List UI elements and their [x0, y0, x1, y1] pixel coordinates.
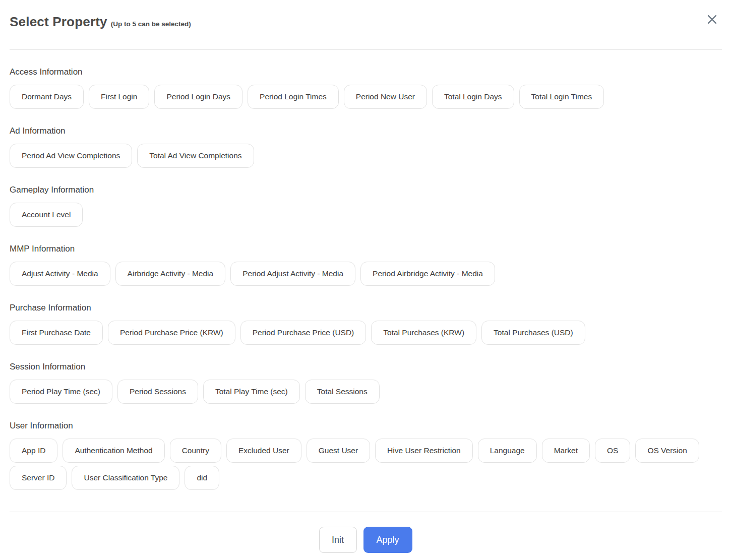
property-chip[interactable]: Period Play Time (sec) — [10, 380, 112, 404]
property-chip[interactable]: OS — [595, 439, 630, 463]
page-title: Select Property — [10, 14, 107, 29]
section-title: Access Information — [10, 67, 722, 77]
chip-list: Account Level — [10, 203, 722, 227]
property-chip[interactable]: Period Airbridge Activity - Media — [360, 262, 495, 286]
property-chip[interactable]: OS Version — [635, 439, 699, 463]
property-chip[interactable]: Total Login Days — [432, 85, 514, 109]
property-chip[interactable]: Period Sessions — [117, 380, 198, 404]
chip-list: First Purchase DatePeriod Purchase Price… — [10, 321, 722, 345]
property-chip[interactable]: Server ID — [10, 466, 67, 490]
property-chip[interactable]: Guest User — [307, 439, 370, 463]
property-section: MMP Information Adjust Activity - MediaA… — [10, 244, 722, 286]
section-title: MMP Information — [10, 244, 722, 254]
select-property-modal: { "modal": { "title": "Select Property",… — [0, 0, 731, 560]
property-chip[interactable]: Country — [170, 439, 221, 463]
property-chip[interactable]: Period Purchase Price (KRW) — [108, 321, 235, 345]
property-chip[interactable]: Airbridge Activity - Media — [115, 262, 226, 286]
property-section: Purchase Information First Purchase Date… — [10, 303, 722, 345]
property-chip[interactable]: User Classification Type — [72, 466, 179, 490]
close-button[interactable] — [705, 12, 719, 26]
init-button[interactable]: Init — [319, 527, 357, 553]
section-title: Gameplay Information — [10, 185, 722, 195]
chip-list: Dormant DaysFirst LoginPeriod Login Days… — [10, 85, 722, 109]
property-section: User Information App IDAuthentication Me… — [10, 421, 722, 490]
property-chip[interactable]: Total Sessions — [305, 380, 380, 404]
property-chip[interactable]: Period Ad View Completions — [10, 144, 132, 168]
property-chip[interactable]: Excluded User — [226, 439, 301, 463]
close-icon — [707, 15, 717, 24]
property-section: Gameplay Information Account Level — [10, 185, 722, 227]
sections: Access Information Dormant DaysFirst Log… — [0, 67, 731, 490]
property-section: Ad Information Period Ad View Completion… — [10, 126, 722, 168]
chip-list: Period Play Time (sec)Period SessionsTot… — [10, 380, 722, 404]
property-chip[interactable]: First Login — [89, 85, 149, 109]
property-chip[interactable]: Period New User — [344, 85, 427, 109]
property-chip[interactable]: Total Login Times — [519, 85, 604, 109]
section-title: Ad Information — [10, 126, 722, 136]
selection-limit-note: (Up to 5 can be selected) — [111, 20, 191, 28]
modal-footer: Init Apply — [0, 512, 731, 560]
property-chip[interactable]: Period Login Days — [154, 85, 242, 109]
property-chip[interactable]: Market — [542, 439, 590, 463]
property-chip[interactable]: Authentication Method — [63, 439, 164, 463]
property-chip[interactable]: Total Play Time (sec) — [203, 380, 300, 404]
property-section: Session Information Period Play Time (se… — [10, 362, 722, 404]
property-chip[interactable]: Total Purchases (USD) — [481, 321, 585, 345]
property-chip[interactable]: Period Purchase Price (USD) — [240, 321, 367, 345]
property-chip[interactable]: Hive User Restriction — [375, 439, 473, 463]
property-chip[interactable]: did — [185, 466, 219, 490]
chip-list: Adjust Activity - MediaAirbridge Activit… — [10, 262, 722, 286]
chip-list: Period Ad View CompletionsTotal Ad View … — [10, 144, 722, 168]
modal-header: Select Property(Up to 5 can be selected) — [0, 0, 731, 33]
property-section: Access Information Dormant DaysFirst Log… — [10, 67, 722, 109]
property-chip[interactable]: Language — [478, 439, 537, 463]
property-chip[interactable]: First Purchase Date — [10, 321, 103, 345]
property-chip[interactable]: Total Ad View Completions — [137, 144, 254, 168]
modal: Select Property(Up to 5 can be selected)… — [0, 0, 731, 560]
header-divider — [10, 49, 722, 50]
property-chip[interactable]: Period Login Times — [248, 85, 339, 109]
property-chip[interactable]: Total Purchases (KRW) — [371, 321, 476, 345]
property-chip[interactable]: Dormant Days — [10, 85, 84, 109]
property-chip[interactable]: Period Adjust Activity - Media — [230, 262, 355, 286]
section-title: User Information — [10, 421, 722, 431]
property-chip[interactable]: Account Level — [10, 203, 83, 227]
section-title: Session Information — [10, 362, 722, 372]
property-chip[interactable]: App ID — [10, 439, 57, 463]
property-chip[interactable]: Adjust Activity - Media — [10, 262, 110, 286]
chip-list: App IDAuthentication MethodCountryExclud… — [10, 439, 722, 490]
apply-button[interactable]: Apply — [363, 527, 412, 553]
section-title: Purchase Information — [10, 303, 722, 313]
